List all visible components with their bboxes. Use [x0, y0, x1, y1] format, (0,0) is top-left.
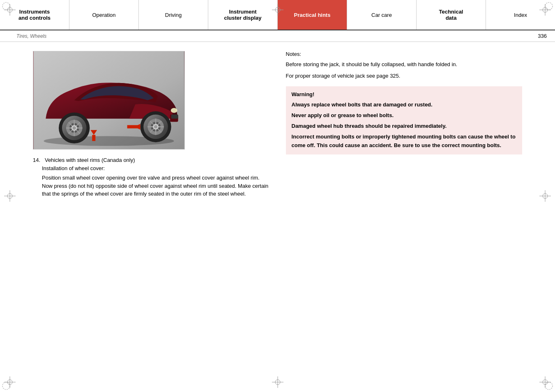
notes-label: Notes:	[286, 51, 523, 57]
step-number: 14.	[33, 157, 40, 163]
nav-item-index[interactable]: Index	[486, 0, 555, 30]
warning-box: Warning! Always replace wheel bolts that…	[286, 86, 523, 154]
nav-label-practical-hints: Practical hints	[294, 12, 331, 18]
svg-rect-4	[171, 115, 178, 119]
step-subtitle: Installation of wheel cover:	[42, 165, 105, 171]
nav-label-operation: Operation	[92, 12, 115, 18]
step-text: 14. Vehicles with steel rims (Canada onl…	[33, 156, 269, 198]
warning-line2: Never apply oil or grease to wheel bolts…	[292, 112, 394, 118]
page-number: 336	[538, 33, 547, 39]
warning-line1: Always replace wheel bolts that are dama…	[292, 101, 433, 108]
svg-point-24	[73, 126, 76, 129]
warning-line3: Damaged wheel hub threads should be repa…	[292, 123, 447, 129]
notes-text1: Before storing the jack, it should be fu…	[286, 60, 523, 69]
warning-text: Always replace wheel bolts that are dama…	[292, 101, 517, 150]
section-title: Tires, Wheels	[16, 33, 46, 39]
nav-item-driving[interactable]: Driving	[139, 0, 208, 30]
nav-label-instrument-cluster: Instrument cluster display	[224, 9, 261, 21]
main-area: 14. Vehicles with steel rims (Canada onl…	[0, 30, 555, 392]
svg-rect-26	[127, 125, 140, 128]
section-header: Tires, Wheels 336	[0, 30, 555, 42]
warning-title: Warning!	[292, 91, 517, 97]
nav-label-driving: Driving	[165, 12, 182, 18]
notes-text2: For proper storage of vehicle jack see p…	[286, 72, 523, 80]
nav-item-technical-data[interactable]: Technical data	[417, 0, 486, 30]
nav-item-car-care[interactable]: Car care	[347, 0, 417, 30]
nav-label-car-care: Car care	[371, 12, 392, 18]
svg-point-14	[154, 125, 157, 128]
svg-rect-28	[92, 135, 95, 141]
nav-label-instruments: Instruments and controls	[18, 9, 51, 21]
nav-label-index: Index	[514, 12, 527, 18]
navigation-bar: Instruments and controls Operation Drivi…	[0, 0, 555, 30]
left-column: 14. Vehicles with steel rims (Canada onl…	[0, 43, 278, 392]
notes-section: Notes: Before storing the jack, it shoul…	[286, 51, 523, 80]
nav-label-technical-data: Technical data	[439, 9, 463, 21]
warning-line4: Incorrect mounting bolts or improperly t…	[292, 134, 516, 148]
car-illustration	[33, 51, 184, 149]
step-title: Vehicles with steel rims (Canada only)	[45, 157, 135, 163]
nav-item-operation[interactable]: Operation	[69, 0, 139, 30]
svg-point-3	[171, 108, 177, 113]
nav-item-instruments[interactable]: Instruments and controls	[0, 0, 69, 30]
car-image	[33, 51, 185, 150]
nav-item-practical-hints[interactable]: Practical hints	[278, 0, 347, 30]
right-column: Notes: Before storing the jack, it shoul…	[278, 43, 555, 392]
nav-item-instrument-cluster[interactable]: Instrument cluster display	[208, 0, 278, 30]
page-content: Tires, Wheels 336	[0, 30, 555, 392]
step-body: Position small wheel cover opening over …	[42, 175, 268, 197]
